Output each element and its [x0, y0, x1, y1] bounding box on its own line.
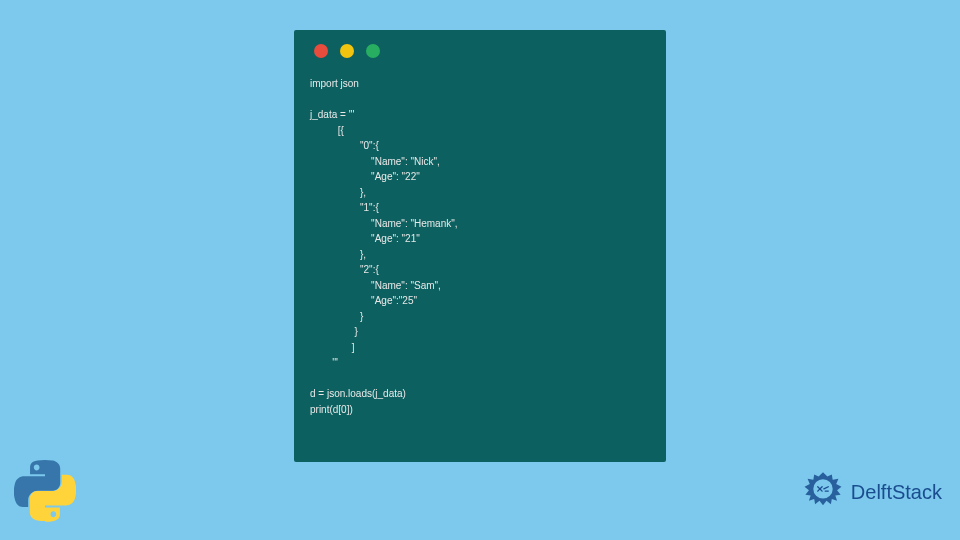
window-controls	[314, 44, 650, 58]
code-window: import json j_data = ''' [{ "0":{ "Name"…	[294, 30, 666, 462]
brand-name: DelftStack	[851, 481, 942, 504]
delftstack-icon	[801, 470, 845, 514]
code-content: import json j_data = ''' [{ "0":{ "Name"…	[310, 76, 650, 417]
svg-point-0	[813, 479, 832, 498]
python-logo-icon	[14, 460, 76, 522]
maximize-icon	[366, 44, 380, 58]
minimize-icon	[340, 44, 354, 58]
delftstack-logo: DelftStack	[801, 470, 942, 514]
close-icon	[314, 44, 328, 58]
